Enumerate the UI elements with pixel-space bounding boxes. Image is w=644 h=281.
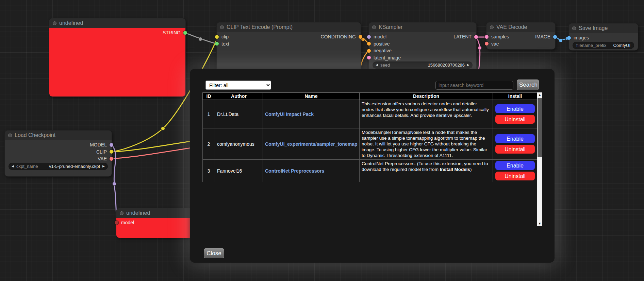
node-body: clip CONDITIONING text: [217, 32, 361, 73]
filename-prefix-label: filename_prefix: [576, 43, 606, 48]
node-undefined-top[interactable]: undefined STRING: [49, 18, 185, 96]
increment-arrow-icon[interactable]: ▶: [467, 62, 469, 68]
input-label-samples: samples: [491, 34, 509, 39]
wire-conditioning-negative: [360, 51, 369, 70]
node-title-bar[interactable]: VAE Decode: [486, 22, 555, 32]
extension-id: 3: [203, 160, 215, 182]
node-clip-text-encode[interactable]: CLIP Text Encode (Prompt) clip CONDITION…: [217, 22, 361, 73]
collapse-dot-icon[interactable]: [490, 25, 494, 29]
extension-description: This extension offers various detector n…: [360, 100, 493, 128]
node-title: undefined: [126, 210, 150, 216]
enable-button[interactable]: Enable: [495, 104, 535, 113]
input-port-text[interactable]: [215, 42, 219, 46]
extension-table-body: 1 Dr.Lt.Data ComfyUI Impact Pack This ex…: [203, 100, 538, 182]
input-port-vae[interactable]: [485, 42, 489, 46]
scroll-thumb[interactable]: [538, 98, 542, 157]
input-label-model: model: [121, 220, 134, 225]
reroute-dot[interactable]: [559, 39, 563, 42]
extension-description: ControlNet Preprocessors. (To use this e…: [360, 160, 493, 182]
search-input[interactable]: [435, 81, 513, 90]
node-title-bar[interactable]: Load Checkpoint: [5, 130, 112, 140]
reroute-dot[interactable]: [478, 46, 482, 50]
wire-latent-down: [476, 37, 480, 70]
output-label-image: IMAGE: [535, 34, 550, 39]
scroll-up-icon[interactable]: ▲: [537, 92, 542, 98]
extension-description: ModelSamplerTonemapNoiseTest a node that…: [360, 128, 493, 160]
collapse-dot-icon[interactable]: [372, 25, 376, 29]
collapse-dot-icon[interactable]: [572, 27, 576, 30]
node-body: images filename_prefix ComfyUI: [569, 33, 638, 50]
collapse-dot-icon[interactable]: [220, 25, 224, 29]
node-undefined-bottom[interactable]: undefined model: [116, 208, 193, 238]
node-body: MODEL CLIP VAE ◀ ckpt_name v1-5-pruned-e…: [5, 140, 112, 176]
seed-widget[interactable]: ◀ seed 156680208700286 ▶: [373, 62, 472, 68]
node-title-bar[interactable]: CLIP Text Encode (Prompt): [217, 22, 361, 32]
decrement-arrow-icon[interactable]: ◀: [12, 163, 14, 170]
collapse-dot-icon[interactable]: [120, 211, 123, 215]
decrement-arrow-icon[interactable]: ◀: [376, 62, 378, 68]
extension-install-cell: Enable Uninstall: [493, 128, 538, 160]
reroute-dot[interactable]: [161, 127, 165, 130]
extension-install-cell: Enable Uninstall: [493, 100, 538, 128]
node-load-checkpoint[interactable]: Load Checkpoint MODEL CLIP VAE ◀ ckpt_na…: [5, 130, 112, 176]
collapse-dot-icon[interactable]: [8, 134, 12, 137]
input-port-latent-image[interactable]: [367, 56, 371, 59]
node-title: Load Checkpoint: [15, 132, 55, 138]
uninstall-button[interactable]: Uninstall: [495, 145, 535, 154]
ckpt-name-label: ckpt_name: [16, 164, 38, 169]
close-button[interactable]: Close: [204, 248, 224, 258]
node-vae-decode[interactable]: VAE Decode samples IMAGE vae: [486, 22, 555, 49]
collapse-dot-icon[interactable]: [53, 21, 56, 25]
node-body: model LATENT positive negative latent_im…: [369, 32, 476, 72]
output-port-string[interactable]: [183, 31, 187, 35]
output-port-image[interactable]: [553, 35, 557, 39]
node-title-bar[interactable]: Save Image: [569, 23, 638, 33]
output-port-vae[interactable]: [110, 157, 113, 161]
node-title: undefined: [59, 20, 83, 26]
node-title-bar[interactable]: KSampler: [369, 22, 476, 32]
input-label-negative: negative: [374, 48, 392, 53]
input-port-clip[interactable]: [215, 35, 219, 39]
output-port-latent[interactable]: [474, 35, 478, 39]
input-port-samples[interactable]: [485, 35, 489, 39]
output-port-conditioning[interactable]: [359, 35, 362, 39]
extension-install-cell: Enable Uninstall: [493, 160, 538, 182]
extension-row: 2 comfyanonymous ComfyUI_experiments/sam…: [203, 128, 538, 160]
output-port-model[interactable]: [110, 143, 113, 147]
header-author: Author: [215, 93, 263, 100]
input-port-negative[interactable]: [367, 49, 371, 53]
increment-arrow-icon[interactable]: ▶: [102, 163, 105, 170]
scrollbar[interactable]: ▲ ▼: [537, 92, 542, 226]
node-title-bar[interactable]: undefined: [49, 18, 185, 28]
extension-id: 2: [203, 128, 215, 160]
extension-link[interactable]: ControlNet Preprocessors: [265, 168, 324, 174]
extension-link[interactable]: ComfyUI Impact Pack: [265, 111, 314, 117]
seed-widget-value: 156680208700286: [428, 63, 465, 68]
input-port-model[interactable]: [115, 221, 118, 225]
input-port-images[interactable]: [567, 36, 571, 40]
node-ksampler[interactable]: KSampler model LATENT positive negative …: [369, 22, 476, 72]
node-save-image[interactable]: Save Image images filename_prefix ComfyU…: [569, 23, 638, 50]
input-port-model[interactable]: [367, 35, 371, 39]
uninstall-button[interactable]: Uninstall: [495, 172, 535, 180]
node-title: KSampler: [379, 24, 402, 30]
enable-button[interactable]: Enable: [495, 134, 535, 143]
header-id: ID: [203, 93, 215, 100]
reroute-dot[interactable]: [113, 182, 116, 186]
enable-button[interactable]: Enable: [495, 161, 535, 170]
scroll-down-icon[interactable]: ▼: [537, 221, 542, 226]
filter-select[interactable]: Filter: all: [205, 81, 271, 90]
node-title-bar[interactable]: undefined: [116, 208, 193, 218]
custom-nodes-manager-dialog: Filter: all Search ID Author Name Descri…: [190, 69, 555, 263]
table-header-row: ID Author Name Description Install: [203, 93, 538, 100]
uninstall-button[interactable]: Uninstall: [495, 115, 535, 124]
filename-prefix-widget[interactable]: filename_prefix ComfyUI: [573, 42, 634, 49]
extension-link[interactable]: ComfyUI_experiments/sampler_tonemap: [265, 141, 358, 147]
search-button[interactable]: Search: [517, 80, 539, 90]
ckpt-name-widget[interactable]: ◀ ckpt_name v1-5-pruned-emaonly.ckpt ▶: [9, 163, 108, 170]
missing-node-body: STRING: [49, 28, 185, 96]
node-title: VAE Decode: [496, 24, 527, 30]
input-port-positive[interactable]: [367, 42, 371, 46]
node-canvas[interactable]: undefined STRING CLIP Text Encode (Promp…: [0, 0, 644, 281]
reroute-dot[interactable]: [199, 37, 202, 41]
